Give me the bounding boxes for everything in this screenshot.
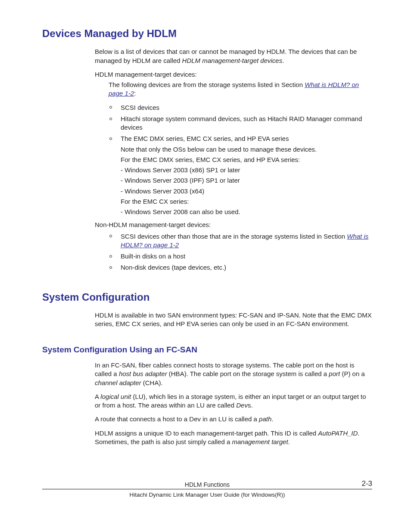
list-item: Built-in disks on a host (109, 252, 372, 261)
text: For the EMC DMX series, EMC CX series, a… (121, 156, 372, 164)
term-cha: channel adapter (95, 379, 141, 386)
section-devices-body: Below is a list of devices that can or c… (95, 47, 372, 272)
text: A (95, 393, 100, 400)
text: : (134, 90, 136, 97)
fcsan-paragraph-4: HDLM assigns a unique ID to each managem… (95, 429, 372, 447)
list-item: Non-disk devices (tape devices, etc.) (109, 263, 372, 272)
mgmt-target-list: SCSI devices Hitachi storage system comm… (109, 103, 372, 217)
mgmt-target-label: HDLM management-target devices: (95, 70, 372, 79)
text: . (282, 57, 284, 64)
text: (HBA). The cable port on the storage sys… (167, 370, 329, 377)
text: SCSI devices (121, 104, 159, 111)
list-item: Hitachi storage system command devices, … (109, 115, 372, 132)
page-footer: HDLM Functions 2-3 Hitachi Dynamic Link … (42, 464, 372, 499)
text: . (271, 415, 273, 423)
list-item: SCSI devices (109, 103, 372, 112)
text: SCSI devices other than those that are i… (121, 233, 347, 240)
footer-divider (42, 489, 372, 489)
fcsan-paragraph-3: A route that connects a host to a Dev in… (95, 415, 372, 423)
term-hba: host bus adapter (119, 370, 167, 377)
text: - Windows Server 2008 can also be used. (121, 208, 372, 216)
term-mgmt-target: management target (232, 438, 288, 445)
text: A route that connects a host to a Dev in… (95, 415, 259, 423)
footer-guide-title: Hitachi Dynamic Link Manager User Guide … (42, 491, 372, 499)
text: Note that only the OSs below can be used… (121, 145, 372, 154)
list-item: SCSI devices other than those that are i… (109, 232, 372, 250)
sysconf-paragraph: HDLM is available in two SAN environment… (95, 311, 372, 329)
text: s. (248, 401, 253, 409)
footer-chapter-title: HDLM Functions (185, 481, 230, 488)
nonmgmt-target-label: Non-HDLM management-target devices: (95, 221, 372, 229)
mgmt-lead-paragraph: The following devices are from the stora… (109, 81, 372, 98)
text: (CHA). (141, 379, 163, 386)
term-autopath-id: AutoPATH_ID (318, 429, 358, 437)
heading-fc-san: System Configuration Using an FC-SAN (42, 344, 372, 355)
text: . (288, 438, 290, 445)
text: For the EMC CX series: (121, 197, 372, 206)
text: (LU), which lies in a storage system, is… (95, 393, 366, 409)
fcsan-paragraph-1: In an FC-SAN, fiber cables connect hosts… (95, 361, 372, 387)
heading-system-configuration: System Configuration (42, 290, 372, 304)
section-fcsan-body: In an FC-SAN, fiber cables connect hosts… (95, 361, 372, 446)
term-hdlm-mgmt-target: HDLM management-target devices (182, 57, 283, 64)
term-port: port (329, 370, 340, 377)
text: - Windows Server 2003 (x86) SP1 or later (121, 166, 372, 174)
text: HDLM assigns a unique ID to each managem… (95, 429, 318, 437)
text: - Windows Server 2003 (IPF) SP1 or later (121, 176, 372, 185)
text: Non-disk devices (tape devices, etc.) (121, 264, 226, 271)
term-lu: logical unit (100, 393, 131, 400)
text: - Windows Server 2003 (x64) (121, 187, 372, 196)
text: (P) on a (340, 370, 365, 377)
nonmgmt-target-list: SCSI devices other than those that are i… (109, 232, 372, 272)
text: The following devices are from the stora… (109, 81, 305, 88)
fcsan-paragraph-2: A logical unit (LU), which lies in a sto… (95, 392, 372, 410)
list-item: The EMC DMX series, EMC CX series, and H… (109, 134, 372, 216)
heading-devices-managed: Devices Managed by HDLM (42, 27, 372, 40)
term-path: path (259, 415, 271, 423)
term-dev: Dev (236, 401, 248, 409)
section-sysconf-body: HDLM is available in two SAN environment… (95, 311, 372, 329)
intro-paragraph: Below is a list of devices that can or c… (95, 47, 372, 65)
footer-row: HDLM Functions 2-3 (42, 481, 372, 489)
page-number: 2-3 (361, 479, 372, 489)
text: Hitachi storage system command devices, … (121, 115, 362, 131)
text: Built-in disks on a host (121, 252, 185, 260)
text: The EMC DMX series, EMC CX series, and H… (121, 134, 372, 143)
